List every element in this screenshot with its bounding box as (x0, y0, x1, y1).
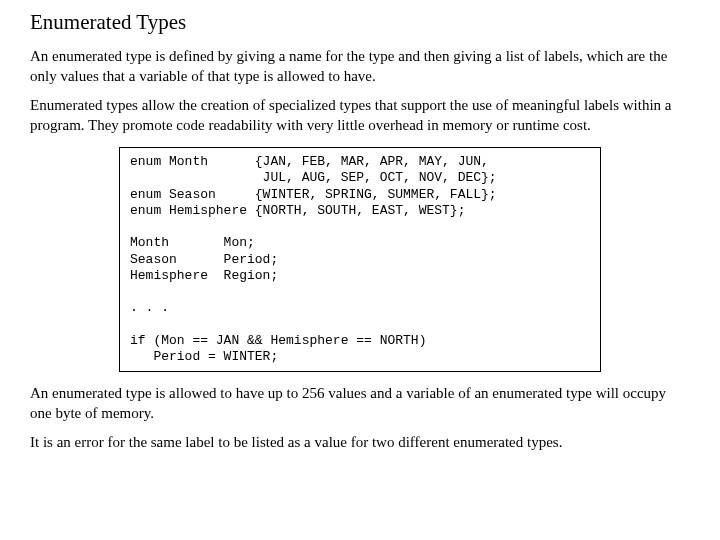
page-title: Enumerated Types (30, 10, 690, 35)
paragraph-limits: An enumerated type is allowed to have up… (30, 384, 690, 423)
code-example: enum Month {JAN, FEB, MAR, APR, MAY, JUN… (119, 147, 601, 372)
paragraph-definition: An enumerated type is defined by giving … (30, 47, 690, 86)
paragraph-purpose: Enumerated types allow the creation of s… (30, 96, 690, 135)
paragraph-error: It is an error for the same label to be … (30, 433, 690, 453)
